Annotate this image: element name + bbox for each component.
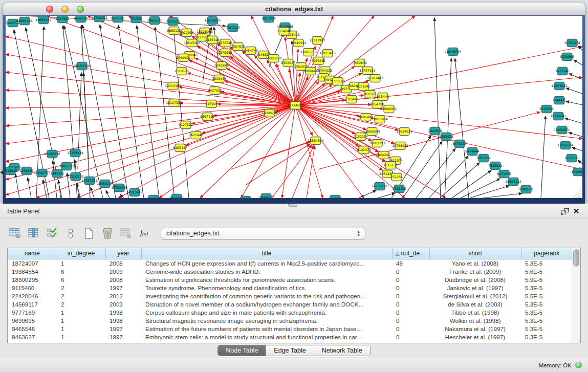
table-cell[interactable]: 5.9E-5 [521,275,572,283]
graph-node-8322037[interactable]: 8322037 [281,59,295,67]
graph-node-9463627[interactable]: 9463627 [238,196,253,199]
table-cell[interactable]: 0 [392,292,429,300]
citation-edge-red[interactable] [186,105,295,146]
table-cell[interactable]: 1 [57,308,105,316]
canvas-resize-grip-icon[interactable] [573,190,581,198]
table-cell[interactable]: 0 [392,267,429,275]
citation-edge-red[interactable] [295,105,323,198]
citation-edge-black[interactable] [403,141,442,198]
graph-node-2803144[interactable]: 2803144 [212,75,226,83]
table-row[interactable]: 1830029562008Estimation of significance … [8,275,572,283]
graph-node-18957984[interactable]: 18957984 [372,116,388,123]
table-cell[interactable]: Franke et al. (2009) [429,267,521,275]
citation-edge-red[interactable] [251,141,311,162]
citation-edge-black[interactable] [429,156,468,198]
table-cell[interactable]: Wolkin et al. (1998) [429,316,521,324]
citation-edge-black[interactable] [120,194,124,198]
graph-node-14569117[interactable]: 14569117 [258,194,274,199]
citation-edge-red[interactable] [6,105,295,126]
table-cell[interactable]: 18724007 [8,259,57,267]
graph-node-9699695[interactable]: 9699695 [146,195,161,199]
citation-network-graph[interactable]: 1405572208914061065328715276026466161107… [6,16,582,198]
graph-node-751552[interactable]: 751552 [130,16,142,23]
graph-node-14136141[interactable]: 14136141 [372,183,388,190]
graph-node-7857224[interactable]: 7857224 [226,24,240,32]
graph-node-8667110[interactable]: 8667110 [200,113,214,121]
graph-node-17957253[interactable]: 17957253 [81,177,98,185]
table-cell[interactable]: Hescheler et al. (1997) [429,333,521,341]
table-cell[interactable]: 5.3E-5 [521,316,572,324]
citation-edge-black[interactable] [106,190,110,198]
table-cell[interactable]: 9699695 [8,316,57,324]
citation-edge-black[interactable] [565,118,582,123]
scrollbar-thumb[interactable] [573,249,579,267]
citation-edge-black[interactable] [155,27,175,198]
table-cell[interactable]: 2003 [105,300,141,308]
table-cell[interactable]: 5.3E-5 [521,283,572,292]
graph-node-8186328[interactable]: 8186328 [205,36,220,44]
graph-node-16648784[interactable]: 16648784 [445,48,461,56]
graph-node-8813054[interactable]: 8813054 [262,16,276,23]
citation-edge-black[interactable] [91,187,94,198]
column-header-in_degree[interactable]: in_degree [57,248,105,259]
table-cell[interactable]: Tibbo et al. (1998) [429,308,521,316]
table-row[interactable]: 969969511998Structural magnetic resonanc… [8,316,572,324]
table-cell[interactable]: 0 [392,324,429,333]
graph-node-15692971[interactable]: 15692971 [554,126,570,134]
citation-edge-black[interactable] [572,147,582,151]
citation-edge-black[interactable] [574,60,582,65]
graph-node-8471676[interactable]: 8471676 [497,170,511,178]
table-cell[interactable]: 49 [392,259,429,267]
graph-node-916162[interactable]: 916162 [364,91,376,98]
graph-node-1527602[interactable]: 1527602 [55,16,70,23]
column-header-title[interactable]: title [141,248,392,259]
citation-edge-black[interactable] [470,186,509,198]
float-panel-icon[interactable] [559,206,571,216]
table-cell[interactable]: 5.3E-5 [521,333,572,341]
table-cell[interactable]: 9115460 [8,283,57,292]
graph-node-8695493[interactable]: 8695493 [359,114,373,121]
citation-edge-black[interactable] [578,160,582,164]
graph-node-9490901[interactable]: 9490901 [176,54,190,62]
graph-node-16210643[interactable]: 16210643 [550,113,567,120]
citation-edge-red[interactable] [6,105,295,108]
graph-node-8454749[interactable]: 8454749 [244,47,258,55]
graph-node-252254[interactable]: 252254 [390,173,403,181]
table-cell[interactable]: 0 [392,283,429,292]
graph-node-1244415[interactable]: 1244415 [552,97,567,104]
graph-node-1145191[interactable]: 1145191 [50,170,64,178]
graph-node-1640954[interactable]: 1640954 [428,127,442,135]
merge-rows-icon[interactable] [63,227,77,240]
citation-edge-black[interactable] [461,179,500,198]
graph-node-9097588[interactable]: 9097588 [59,163,74,170]
table-cell[interactable]: 18300295 [8,275,57,283]
graph-node-8215958[interactable]: 8215958 [539,105,554,113]
citation-edge-black[interactable] [82,25,116,198]
graph-node-9777169[interactable]: 9777169 [331,78,345,85]
table-cell[interactable]: 9777169 [8,308,57,316]
table-cell[interactable]: Genome-wide association studies in ADHD. [141,267,392,275]
table-cell[interactable]: 0 [392,275,429,283]
graph-node-9115460[interactable]: 9115460 [169,194,184,199]
graph-node-10654112[interactable]: 10654112 [505,178,521,186]
graph-node-16107487[interactable]: 16107487 [367,75,383,82]
table-row[interactable]: 1456911722003Disruption of a novel membe… [8,300,572,308]
network-window-titlebar[interactable]: citations_edges.txt [3,3,585,15]
table-cell[interactable]: Tourette syndrome. Phenomenology and cla… [141,283,392,292]
graph-node-12217987[interactable]: 12217987 [309,37,325,45]
table-cell[interactable]: Changes of HCN gene expression and I(f) … [141,259,392,267]
graph-node-9165347[interactable]: 9165347 [173,144,187,152]
graph-node-9329966[interactable]: 9329966 [560,53,574,61]
citation-edge-red[interactable] [307,146,315,198]
graph-node-18107554[interactable]: 18107554 [166,99,182,107]
table-cell[interactable]: 2008 [105,259,141,267]
column-header-out_de[interactable]: △out_de… [392,248,429,259]
table-row[interactable]: 1938455462009Genome-wide association stu… [8,267,572,275]
table-cell[interactable]: 5.3E-5 [521,259,572,267]
table-cell[interactable]: 9465546 [8,324,57,333]
table-cell[interactable]: 2 [57,283,105,292]
minimize-window-button[interactable] [61,6,69,13]
graph-node-9684067[interactable]: 9684067 [377,151,391,159]
graph-node-9127522[interactable]: 9127522 [179,121,193,129]
table-cell[interactable]: Dudbridge et al. (2008) [429,275,521,283]
